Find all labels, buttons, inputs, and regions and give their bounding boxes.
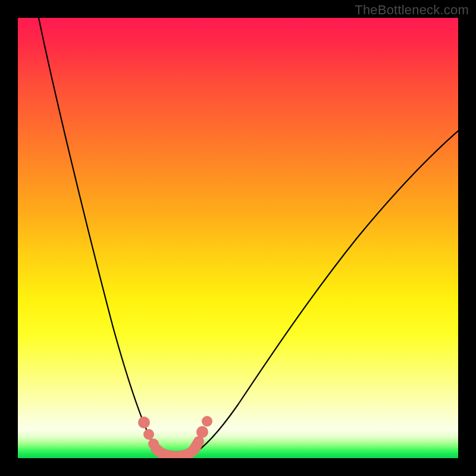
- svg-point-3: [196, 426, 208, 438]
- curve-left: [39, 18, 167, 456]
- svg-point-4: [202, 416, 212, 427]
- svg-point-0: [138, 416, 150, 428]
- curve-right: [192, 131, 458, 455]
- curve-layer: [18, 18, 458, 458]
- optimal-zone-marker: [138, 416, 212, 456]
- svg-point-1: [143, 429, 154, 440]
- watermark-text: TheBottleneck.com: [355, 2, 469, 18]
- chart-frame: TheBottleneck.com: [0, 0, 476, 476]
- plot-area: [18, 18, 458, 458]
